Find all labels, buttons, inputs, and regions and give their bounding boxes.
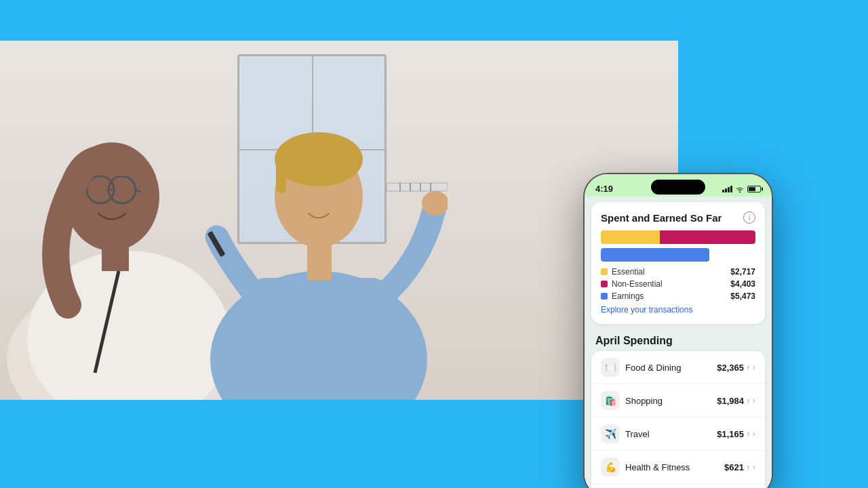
spending-item-shopping[interactable]: 🛍️ Shopping $1,984 ↑ › — [591, 384, 765, 418]
svg-rect-14 — [276, 159, 286, 193]
svg-rect-15 — [307, 243, 332, 280]
food-trend-icon: ↑ — [747, 364, 750, 371]
travel-left: ✈️ Travel — [601, 424, 650, 443]
health-label: Health & Fitness — [625, 462, 690, 472]
svg-rect-8 — [102, 244, 129, 271]
shopping-left: 🛍️ Shopping — [601, 391, 663, 410]
legend-earnings-left: Earnings — [601, 291, 644, 301]
essential-bar — [601, 230, 660, 244]
health-chevron: › — [753, 462, 755, 472]
svg-rect-17 — [387, 183, 448, 191]
signal-icon — [722, 186, 732, 192]
travel-icon: ✈️ — [601, 424, 620, 443]
food-left: 🍽️ Food & Dining — [601, 358, 681, 377]
spending-bar — [601, 230, 755, 244]
wifi-icon — [735, 185, 745, 193]
card-title: Spent and Earned So Far — [601, 212, 722, 224]
food-amount: $2,365 — [717, 363, 744, 373]
dynamic-island — [651, 180, 705, 195]
travel-trend-icon: ↑ — [747, 430, 750, 438]
svg-rect-11 — [251, 278, 387, 400]
food-icon: 🍽️ — [601, 358, 620, 377]
info-icon[interactable]: i — [743, 211, 755, 224]
nonessential-value: $4,403 — [730, 279, 755, 289]
travel-chevron: › — [753, 429, 755, 439]
spending-list: 🍽️ Food & Dining $2,365 ↑ › 🛍️ Shopping — [591, 351, 765, 488]
shopping-icon: 🛍️ — [601, 391, 620, 410]
phone-mockup: 4:19 — [583, 173, 773, 488]
explore-transactions-link[interactable]: Explore your transactions — [601, 305, 755, 314]
health-icon: 💪 — [601, 458, 620, 476]
health-amount: $621 — [724, 462, 744, 472]
spending-item-food[interactable]: 🍽️ Food & Dining $2,365 ↑ › — [591, 351, 765, 384]
food-right: $2,365 ↑ › — [717, 363, 755, 373]
spent-earned-card: Spent and Earned So Far i — [591, 202, 765, 324]
nonessential-label: Non-Essential — [612, 279, 663, 289]
legend-essential-left: Essential — [601, 267, 645, 277]
earnings-dot — [601, 293, 608, 300]
essential-label: Essential — [612, 267, 645, 277]
essential-dot — [601, 268, 608, 275]
card-header: Spent and Earned So Far i — [601, 211, 755, 224]
battery-icon — [747, 186, 761, 192]
essential-value: $2,717 — [730, 267, 755, 277]
legend-essential: Essential $2,717 — [601, 267, 755, 277]
shopping-right: $1,984 ↑ › — [717, 396, 755, 406]
health-right: $621 ↑ › — [724, 462, 755, 472]
legend-nonessential-left: Non-Essential — [601, 279, 663, 289]
earnings-bar-row — [601, 248, 755, 262]
legend: Essential $2,717 Non-Essential $4,403 — [601, 267, 755, 301]
svg-point-13 — [275, 132, 363, 186]
earnings-bar — [601, 248, 709, 262]
legend-nonessential: Non-Essential $4,403 — [601, 279, 755, 289]
shopping-trend-icon: ↑ — [747, 397, 750, 405]
earnings-label: Earnings — [612, 291, 644, 301]
health-trend-icon: ↑ — [747, 464, 750, 471]
shopping-label: Shopping — [625, 396, 663, 406]
travel-amount: $1,165 — [717, 429, 744, 439]
status-time: 4:19 — [595, 184, 613, 194]
spending-item-health[interactable]: 💪 Health & Fitness $621 ↑ › — [591, 451, 765, 484]
food-chevron: › — [753, 363, 755, 372]
legend-earnings: Earnings $5,473 — [601, 291, 755, 301]
spending-item-travel[interactable]: ✈️ Travel $1,165 ↑ › — [591, 418, 765, 451]
nonessential-bar — [660, 230, 755, 244]
spending-item-entertainment[interactable]: 🎭 Entertainment $283 ↑ › — [591, 484, 765, 488]
shopping-chevron: › — [753, 396, 755, 405]
shopping-amount: $1,984 — [717, 396, 744, 406]
travel-label: Travel — [625, 429, 650, 439]
app-content: Spent and Earned So Far i — [585, 197, 772, 488]
april-spending-title: April Spending — [585, 329, 772, 351]
earnings-value: $5,473 — [730, 291, 755, 301]
health-left: 💪 Health & Fitness — [601, 458, 690, 476]
phone-body: 4:19 — [583, 173, 773, 488]
food-label: Food & Dining — [625, 363, 681, 373]
nonessential-dot — [601, 281, 608, 287]
person-right — [190, 61, 448, 400]
travel-right: $1,165 ↑ › — [717, 429, 755, 439]
top-band — [0, 0, 868, 41]
status-icons — [722, 185, 761, 193]
background-photo — [0, 41, 678, 400]
